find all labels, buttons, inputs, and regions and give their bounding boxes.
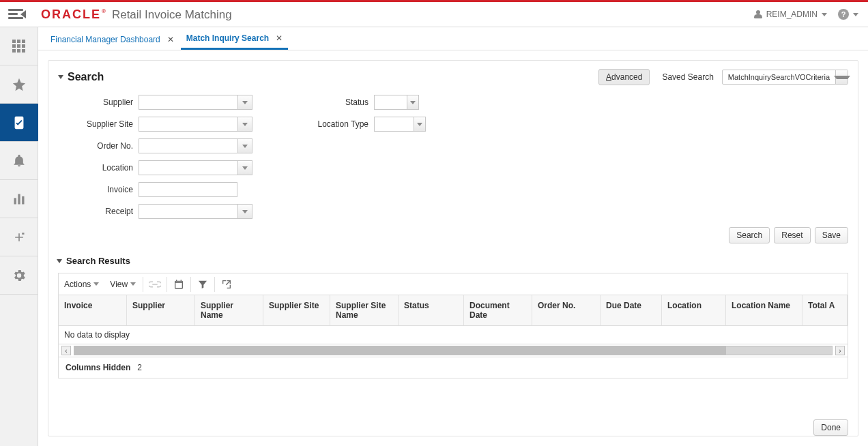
field-status: Status bbox=[280, 95, 426, 110]
order-no-label: Order No. bbox=[65, 141, 133, 151]
rail-reports-icon[interactable] bbox=[0, 180, 38, 218]
user-menu[interactable]: REIM_ADMIN ? bbox=[754, 9, 858, 20]
col-location[interactable]: Location bbox=[662, 295, 726, 325]
search-panel-header: Search Advanced Saved Search MatchInquir… bbox=[58, 69, 848, 85]
col-order-no[interactable]: Order No. bbox=[532, 295, 601, 325]
brand-oracle: ORACLE bbox=[41, 8, 105, 22]
col-supplier-name[interactable]: Supplier Name bbox=[195, 295, 263, 325]
col-supplier-site-name[interactable]: Supplier Site Name bbox=[330, 295, 399, 325]
scroll-right-icon[interactable]: › bbox=[835, 346, 845, 355]
tab-financial-dashboard[interactable]: Financial Manager Dashboard ✕ bbox=[45, 35, 179, 50]
disclosure-icon[interactable] bbox=[57, 259, 62, 263]
receipt-text[interactable] bbox=[139, 204, 237, 219]
search-actions: Search Reset Save bbox=[58, 227, 848, 243]
chevron-down-icon bbox=[853, 13, 858, 16]
filter-icon[interactable] bbox=[192, 273, 213, 295]
view-menu[interactable]: View bbox=[104, 273, 141, 295]
field-order-no: Order No. bbox=[65, 138, 252, 153]
rail-bell-icon[interactable] bbox=[0, 142, 38, 180]
col-location-name[interactable]: Location Name bbox=[726, 295, 802, 325]
rail-tasks-icon[interactable] bbox=[0, 104, 38, 142]
footer-actions: Done bbox=[58, 419, 848, 436]
col-supplier-site[interactable]: Supplier Site bbox=[263, 295, 330, 325]
results-hscroll[interactable]: ‹ › bbox=[58, 344, 848, 357]
rail-apps-icon[interactable] bbox=[0, 27, 38, 65]
tab-label: Match Inquiry Search bbox=[186, 33, 269, 43]
columns-hidden-label: Columns Hidden bbox=[66, 363, 130, 372]
rail-star-icon[interactable] bbox=[0, 65, 38, 104]
rail-settings-icon[interactable] bbox=[0, 256, 38, 295]
scroll-track[interactable] bbox=[74, 346, 833, 355]
disclosure-icon[interactable] bbox=[58, 75, 63, 79]
receipt-input[interactable] bbox=[139, 204, 252, 219]
brand: ORACLE Retail Invoice Matching bbox=[41, 8, 232, 22]
lov-icon[interactable] bbox=[237, 204, 252, 219]
col-document-date[interactable]: Document Date bbox=[464, 295, 532, 325]
save-button[interactable]: Save bbox=[815, 227, 848, 243]
supplier-site-label: Supplier Site bbox=[65, 119, 133, 129]
content-panel: Search Advanced Saved Search MatchInquir… bbox=[48, 60, 858, 436]
reset-button[interactable]: Reset bbox=[774, 227, 810, 243]
results-header: Search Results bbox=[57, 256, 848, 266]
actions-menu[interactable]: Actions bbox=[59, 273, 104, 295]
close-icon[interactable]: ✕ bbox=[276, 33, 283, 43]
lov-icon[interactable] bbox=[237, 138, 252, 153]
col-status[interactable]: Status bbox=[399, 295, 464, 325]
field-supplier-site: Supplier Site bbox=[65, 117, 252, 132]
svg-rect-0 bbox=[12, 40, 16, 43]
calendar-icon[interactable] bbox=[169, 273, 189, 295]
field-invoice: Invoice bbox=[65, 182, 252, 197]
supplier-text[interactable] bbox=[139, 95, 237, 110]
chevron-down-icon[interactable] bbox=[407, 95, 419, 110]
done-button[interactable]: Done bbox=[813, 419, 848, 436]
menu-toggle-icon[interactable] bbox=[8, 9, 23, 20]
invoice-input[interactable] bbox=[139, 182, 237, 197]
chevron-down-icon[interactable] bbox=[835, 70, 848, 84]
supplier-input[interactable] bbox=[139, 95, 252, 110]
saved-search-value: MatchInquirySearchVOCriteria bbox=[723, 73, 835, 81]
lov-icon[interactable] bbox=[237, 160, 252, 175]
location-type-select[interactable] bbox=[374, 117, 426, 132]
col-supplier[interactable]: Supplier bbox=[127, 295, 195, 325]
status-text[interactable] bbox=[374, 95, 407, 110]
lov-icon[interactable] bbox=[237, 117, 252, 132]
chevron-down-icon bbox=[822, 13, 827, 16]
svg-rect-9 bbox=[14, 198, 16, 204]
location-type-text[interactable] bbox=[374, 117, 414, 132]
location-text[interactable] bbox=[139, 160, 237, 175]
detach-icon[interactable] bbox=[216, 273, 237, 295]
supplier-site-input[interactable] bbox=[139, 117, 252, 132]
help-icon[interactable]: ? bbox=[838, 9, 849, 20]
location-input[interactable] bbox=[139, 160, 252, 175]
chevron-down-icon bbox=[130, 282, 136, 286]
order-no-text[interactable] bbox=[139, 138, 237, 153]
col-total[interactable]: Total A bbox=[802, 295, 848, 325]
chevron-down-icon[interactable] bbox=[414, 117, 426, 132]
svg-rect-8 bbox=[22, 49, 25, 53]
scroll-thumb[interactable] bbox=[74, 346, 726, 355]
invoice-text[interactable] bbox=[139, 182, 237, 197]
chevron-down-icon bbox=[93, 282, 99, 286]
close-icon[interactable]: ✕ bbox=[167, 35, 174, 44]
supplier-label: Supplier bbox=[65, 98, 133, 107]
rail-add-icon[interactable] bbox=[0, 218, 38, 256]
advanced-button[interactable]: Advanced bbox=[598, 69, 650, 85]
svg-rect-7 bbox=[17, 49, 20, 53]
search-button[interactable]: Search bbox=[729, 227, 770, 243]
supplier-site-text[interactable] bbox=[139, 117, 237, 132]
tab-match-inquiry-search[interactable]: Match Inquiry Search ✕ bbox=[181, 33, 288, 50]
col-due-date[interactable]: Due Date bbox=[601, 295, 662, 325]
location-label: Location bbox=[65, 163, 133, 173]
svg-rect-3 bbox=[12, 44, 16, 48]
receipt-label: Receipt bbox=[65, 207, 133, 216]
lov-icon[interactable] bbox=[237, 95, 252, 110]
invoice-label: Invoice bbox=[65, 185, 133, 194]
saved-search-label: Saved Search bbox=[662, 72, 713, 82]
saved-search-select[interactable]: MatchInquirySearchVOCriteria bbox=[722, 70, 848, 85]
order-no-input[interactable] bbox=[139, 138, 252, 153]
tabstrip: Financial Manager Dashboard ✕ Match Inqu… bbox=[38, 27, 868, 50]
col-invoice[interactable]: Invoice bbox=[59, 295, 127, 325]
status-select[interactable] bbox=[374, 95, 419, 110]
scroll-left-icon[interactable]: ‹ bbox=[61, 346, 71, 355]
svg-rect-11 bbox=[22, 196, 24, 204]
